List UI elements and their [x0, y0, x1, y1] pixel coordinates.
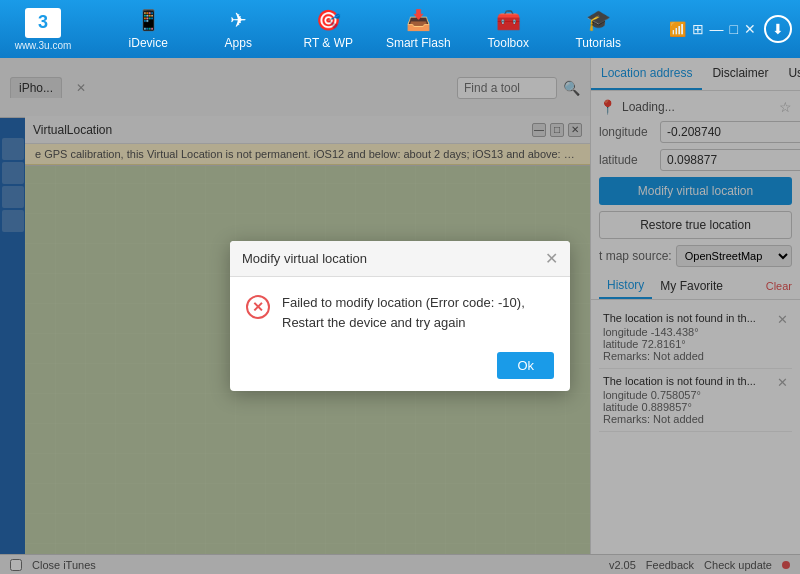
- wifi-icon: 📶: [669, 21, 686, 37]
- modal-title: Modify virtual location: [242, 251, 367, 266]
- modal-overlay: Modify virtual location ✕ ✕ Failed to mo…: [0, 58, 800, 574]
- nav-rtwp-label: RT & WP: [303, 36, 353, 50]
- nav-apps[interactable]: ✈ Apps: [193, 0, 283, 58]
- nav: 📱 iDevice ✈ Apps 🎯 RT & WP 📥 Smart Flash…: [78, 0, 669, 58]
- nav-idevice[interactable]: 📱 iDevice: [103, 0, 193, 58]
- smartflash-icon: 📥: [406, 8, 431, 32]
- modal-footer: Ok: [230, 344, 570, 391]
- modal-box: Modify virtual location ✕ ✕ Failed to mo…: [230, 241, 570, 391]
- nav-apps-label: Apps: [225, 36, 252, 50]
- error-icon: ✕: [246, 295, 270, 319]
- window-icons: 📶 ⊞ — □ ✕: [669, 21, 756, 37]
- topbar-right: 📶 ⊞ — □ ✕ ⬇: [669, 15, 792, 43]
- topbar: 3 www.3u.com 📱 iDevice ✈ Apps 🎯 RT & WP …: [0, 0, 800, 58]
- nav-smartflash-label: Smart Flash: [386, 36, 451, 50]
- modal-close-button[interactable]: ✕: [545, 249, 558, 268]
- modal-header: Modify virtual location ✕: [230, 241, 570, 277]
- logo-url: www.3u.com: [15, 40, 72, 51]
- logo-box: 3: [25, 8, 61, 38]
- download-button[interactable]: ⬇: [764, 15, 792, 43]
- nav-idevice-label: iDevice: [129, 36, 168, 50]
- modal-body: ✕ Failed to modify location (Error code:…: [230, 277, 570, 344]
- grid-icon: ⊞: [692, 21, 704, 37]
- nav-smartflash[interactable]: 📥 Smart Flash: [373, 0, 463, 58]
- maximize-icon[interactable]: □: [730, 21, 738, 37]
- toolbox-icon: 🧰: [496, 8, 521, 32]
- nav-tutorials[interactable]: 🎓 Tutorials: [553, 0, 643, 58]
- nav-rtwp[interactable]: 🎯 RT & WP: [283, 0, 373, 58]
- ok-button[interactable]: Ok: [497, 352, 554, 379]
- logo-number: 3: [38, 12, 48, 33]
- nav-toolbox[interactable]: 🧰 Toolbox: [463, 0, 553, 58]
- nav-tutorials-label: Tutorials: [575, 36, 621, 50]
- close-icon[interactable]: ✕: [744, 21, 756, 37]
- tutorials-icon: 🎓: [586, 8, 611, 32]
- idevice-icon: 📱: [136, 8, 161, 32]
- nav-toolbox-label: Toolbox: [488, 36, 529, 50]
- modal-message: Failed to modify location (Error code: -…: [282, 293, 554, 332]
- logo: 3 www.3u.com: [8, 8, 78, 51]
- apps-icon: ✈: [230, 8, 247, 32]
- content-area: iPho... ✕ 🔍 VirtualLocation — □ ✕ e GPS …: [0, 58, 800, 574]
- rtwp-icon: 🎯: [316, 8, 341, 32]
- minimize-icon[interactable]: —: [710, 21, 724, 37]
